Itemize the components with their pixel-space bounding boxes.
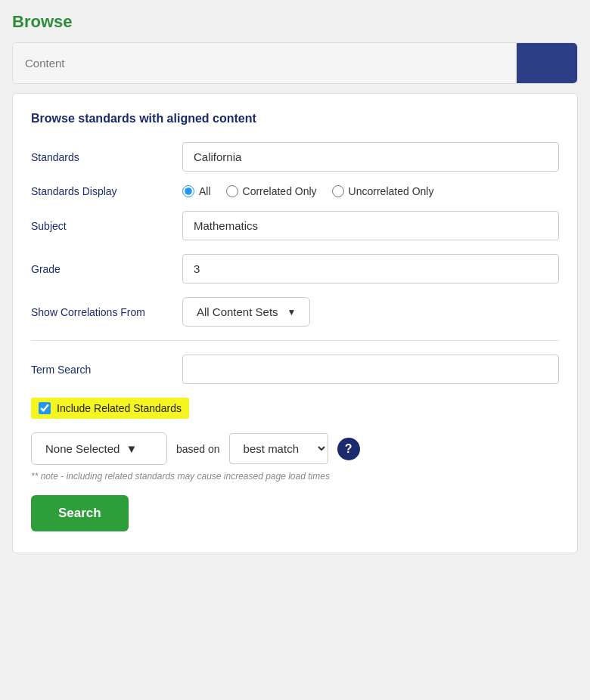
search-button[interactable]: Search <box>31 495 129 531</box>
standards-input[interactable] <box>182 142 559 172</box>
grade-label: Grade <box>31 263 182 275</box>
radio-correlated[interactable] <box>226 185 238 197</box>
subject-input[interactable] <box>182 211 559 240</box>
none-selected-label: None Selected <box>45 442 120 455</box>
search-bar-container <box>12 42 578 84</box>
divider <box>31 340 559 341</box>
standards-label: Standards <box>31 151 182 163</box>
none-selected-arrow-icon: ▼ <box>126 442 137 455</box>
radio-all[interactable] <box>182 185 194 197</box>
help-button[interactable]: ? <box>337 438 360 460</box>
radio-correlated-text: Correlated Only <box>243 185 317 197</box>
all-content-sets-label: All Content Sets <box>197 305 278 318</box>
include-related-text: Include Related Standards <box>57 402 182 414</box>
note-text: ** note - including related standards ma… <box>31 471 559 482</box>
search-bar-button[interactable] <box>517 43 577 83</box>
radio-all-text: All <box>199 185 211 197</box>
grade-control <box>182 254 559 283</box>
radio-correlated-label[interactable]: Correlated Only <box>226 185 317 197</box>
radio-uncorrelated-text: Uncorrelated Only <box>349 185 434 197</box>
standards-control <box>182 142 559 172</box>
include-related-label[interactable]: Include Related Standards <box>31 398 189 419</box>
browse-panel: Browse standards with aligned content St… <box>12 93 578 553</box>
dropdown-arrow-icon: ▼ <box>287 307 297 317</box>
subject-label: Subject <box>31 220 182 232</box>
radio-uncorrelated[interactable] <box>332 185 344 197</box>
grade-row: Grade <box>31 254 559 283</box>
based-on-label: based on <box>176 443 220 455</box>
all-content-sets-dropdown[interactable]: All Content Sets ▼ <box>182 297 310 327</box>
term-search-row: Term Search <box>31 355 559 384</box>
include-related-checkbox[interactable] <box>39 402 51 414</box>
include-related-row: Include Related Standards <box>31 398 559 419</box>
best-match-select[interactable]: best match alphabetical <box>229 433 328 464</box>
page-title: Browse <box>12 12 578 32</box>
none-selected-dropdown[interactable]: None Selected ▼ <box>31 432 167 465</box>
grade-input[interactable] <box>182 254 559 283</box>
show-correlations-label: Show Correlations From <box>31 306 182 318</box>
subject-control <box>182 211 559 240</box>
help-icon: ? <box>345 442 352 456</box>
standards-display-control: All Correlated Only Uncorrelated Only <box>182 185 559 197</box>
panel-heading: Browse standards with aligned content <box>31 112 559 125</box>
term-search-input[interactable] <box>182 355 559 384</box>
subject-row: Subject <box>31 211 559 240</box>
radio-group: All Correlated Only Uncorrelated Only <box>182 185 559 197</box>
content-search-input[interactable] <box>13 43 517 83</box>
term-search-label: Term Search <box>31 364 182 376</box>
none-selected-row: None Selected ▼ based on best match alph… <box>31 432 559 465</box>
standards-display-row: Standards Display All Correlated Only Un… <box>31 185 559 197</box>
radio-uncorrelated-label[interactable]: Uncorrelated Only <box>332 185 434 197</box>
search-button-label: Search <box>58 506 101 520</box>
standards-row: Standards <box>31 142 559 172</box>
show-correlations-control: All Content Sets ▼ <box>182 297 559 327</box>
show-correlations-row: Show Correlations From All Content Sets … <box>31 297 559 327</box>
standards-display-label: Standards Display <box>31 185 182 197</box>
radio-all-label[interactable]: All <box>182 185 211 197</box>
term-search-control <box>182 355 559 384</box>
